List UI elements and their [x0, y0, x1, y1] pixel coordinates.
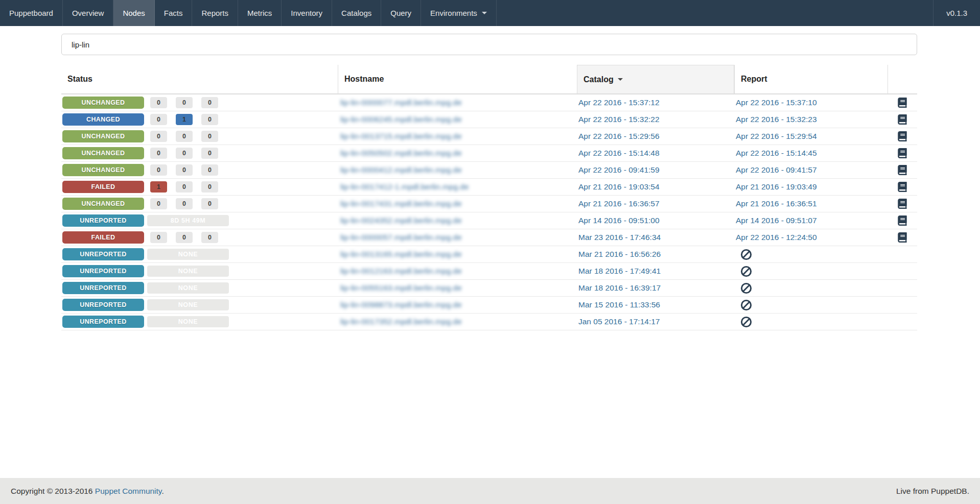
actions-cell — [888, 314, 917, 330]
catalog-timestamp-link[interactable]: Apr 21 2016 - 19:03:54 — [578, 182, 660, 191]
nav-tab-query[interactable]: Query — [381, 0, 421, 26]
actions-cell — [888, 128, 917, 145]
hostname-link-redacted[interactable]: lip-lin-0006245.mpdl.berlin.mpg.de — [340, 115, 462, 124]
puppet-community-link[interactable]: Puppet Community — [95, 487, 162, 495]
report-timestamp-link[interactable]: Apr 22 2016 - 15:37:10 — [736, 98, 817, 107]
status-badge: UNREPORTED — [62, 265, 144, 277]
catalog-cell: Apr 22 2016 - 15:37:12 — [577, 94, 734, 111]
hostname-link-redacted[interactable]: lip-lin-0017431.mpdl.berlin.mpg.de — [340, 199, 462, 208]
no-report-ban-icon — [740, 282, 752, 294]
hostname-link-redacted[interactable]: lip-lin-0055163.mpdl.berlin.mpg.de — [340, 283, 462, 293]
report-age-badge: NONE — [147, 249, 229, 260]
report-timestamp-link[interactable]: Apr 22 2016 - 09:41:57 — [736, 165, 817, 175]
nav-tab-nodes[interactable]: Nodes — [113, 0, 154, 26]
hostname-link-redacted[interactable]: lip-lin-0017412-1.mpdl.berlin.mpg.de — [340, 182, 469, 191]
column-header-hostname[interactable]: Hostname — [338, 65, 577, 93]
report-timestamp-link[interactable]: Apr 22 2016 - 12:24:50 — [736, 233, 817, 242]
column-header-report[interactable]: Report — [734, 65, 888, 93]
nav-tab-overview[interactable]: Overview — [63, 0, 114, 26]
report-age-badge: 8D 5H 49M — [147, 215, 229, 226]
hostname-link-redacted[interactable]: lip-lin-0000412.mpdl.berlin.mpg.de — [340, 165, 462, 175]
event-count-badge: 0 — [176, 198, 193, 209]
hostname-link-redacted[interactable]: lip-lin-0098873.mpdl.berlin.mpg.de — [340, 300, 462, 309]
status-cell: CHANGED010 — [61, 111, 338, 128]
report-log-book-icon[interactable] — [898, 182, 907, 192]
search-wrapper — [61, 34, 917, 55]
hostname-link-redacted[interactable]: lip-lin-0013165.mpdl.berlin.mpg.de — [340, 250, 462, 259]
report-cell: Apr 14 2016 - 09:51:07 — [734, 212, 888, 229]
status-cell: UNCHANGED000 — [61, 162, 338, 178]
catalog-timestamp-link[interactable]: Mar 23 2016 - 17:46:34 — [578, 233, 661, 242]
event-count-badge: 1 — [150, 181, 167, 193]
actions-cell — [888, 179, 917, 195]
status-badge: UNCHANGED — [62, 97, 144, 109]
column-header-catalog-sorted[interactable]: Catalog — [577, 65, 734, 93]
report-timestamp-link[interactable]: Apr 21 2016 - 16:36:51 — [736, 199, 817, 208]
status-badge: FAILED — [62, 181, 144, 193]
catalog-timestamp-link[interactable]: Apr 22 2016 - 09:41:59 — [578, 165, 660, 175]
catalog-timestamp-link[interactable]: Apr 21 2016 - 16:36:57 — [578, 199, 660, 208]
report-cell: Apr 22 2016 - 12:24:50 — [734, 229, 888, 246]
report-log-book-icon[interactable] — [898, 215, 907, 226]
report-log-book-icon[interactable] — [898, 199, 907, 209]
hostname-link-redacted[interactable]: lip-lin-0012163.mpdl.berlin.mpg.de — [340, 267, 462, 276]
column-header-status[interactable]: Status — [61, 65, 338, 93]
caret-down-icon — [482, 12, 487, 14]
nav-tab-metrics[interactable]: Metrics — [238, 0, 282, 26]
nav-tab-facts[interactable]: Facts — [155, 0, 193, 26]
status-badge: UNCHANGED — [62, 147, 144, 159]
catalog-cell: Apr 14 2016 - 09:51:00 — [577, 212, 734, 229]
catalog-timestamp-link[interactable]: Jan 05 2016 - 17:14:17 — [578, 317, 660, 326]
hostname-link-redacted[interactable]: lip-lin-0013715.mpdl.berlin.mpg.de — [340, 132, 462, 141]
report-timestamp-link[interactable]: Apr 21 2016 - 19:03:49 — [736, 182, 817, 191]
actions-cell — [888, 263, 917, 279]
report-timestamp-link[interactable]: Apr 22 2016 - 15:29:54 — [736, 132, 817, 141]
catalog-timestamp-link[interactable]: Apr 22 2016 - 15:32:22 — [578, 115, 660, 124]
node-search-input[interactable] — [61, 34, 917, 55]
environments-dropdown[interactable]: Environments — [421, 0, 497, 26]
hostname-cell: lip-lin-0098873.mpdl.berlin.mpg.de — [338, 297, 577, 313]
report-log-book-icon[interactable] — [898, 131, 907, 141]
catalog-cell: Mar 18 2016 - 17:49:41 — [577, 263, 734, 279]
hostname-link-redacted[interactable]: lip-lin-0024352.mpdl.berlin.mpg.de — [340, 216, 462, 225]
actions-cell — [888, 94, 917, 111]
actions-cell — [888, 229, 917, 246]
report-timestamp-link[interactable]: Apr 14 2016 - 09:51:07 — [736, 216, 817, 225]
hostname-link-redacted[interactable]: lip-lin-0017352.mpdl.berlin.mpg.de — [340, 317, 462, 326]
nav-tab-reports[interactable]: Reports — [192, 0, 238, 26]
report-timestamp-link[interactable]: Apr 22 2016 - 15:32:23 — [736, 115, 817, 124]
report-timestamp-link[interactable]: Apr 22 2016 - 15:14:45 — [736, 149, 817, 158]
catalog-cell: Apr 21 2016 - 19:03:54 — [577, 179, 734, 195]
event-count-badge: 1 — [176, 114, 193, 125]
report-cell: Apr 22 2016 - 09:41:57 — [734, 162, 888, 178]
event-count-badge: 0 — [201, 97, 218, 108]
hostname-link-redacted[interactable]: lip-lin-0050502.mpdl.berlin.mpg.de — [340, 149, 462, 158]
report-log-book-icon[interactable] — [898, 98, 907, 108]
actions-cell — [888, 196, 917, 212]
status-cell: UNCHANGED000 — [61, 94, 338, 111]
catalog-timestamp-link[interactable]: Apr 14 2016 - 09:51:00 — [578, 216, 660, 225]
catalog-timestamp-link[interactable]: Apr 22 2016 - 15:14:48 — [578, 149, 660, 158]
hostname-link-redacted[interactable]: lip-lin-0000057.mpdl.berlin.mpg.de — [340, 233, 462, 242]
nav-tab-catalogs[interactable]: Catalogs — [332, 0, 381, 26]
catalog-timestamp-link[interactable]: Mar 18 2016 - 16:39:17 — [578, 283, 661, 293]
report-log-book-icon[interactable] — [898, 165, 907, 175]
catalog-timestamp-link[interactable]: Apr 22 2016 - 15:37:12 — [578, 98, 660, 107]
main-content: Status Hostname Catalog Report UNCHANGED… — [0, 26, 980, 478]
nav-tab-inventory[interactable]: Inventory — [282, 0, 332, 26]
hostname-link-redacted[interactable]: lip-lin-0000077.mpdl.berlin.mpg.de — [340, 98, 462, 107]
catalog-timestamp-link[interactable]: Mar 18 2016 - 17:49:41 — [578, 267, 661, 276]
report-age-badge: NONE — [147, 299, 229, 310]
no-report-ban-icon — [740, 316, 752, 328]
table-row: FAILED000lip-lin-0000057.mpdl.berlin.mpg… — [61, 229, 917, 246]
report-cell: Apr 22 2016 - 15:37:10 — [734, 94, 888, 111]
copyright-prefix: Copyright © 2013-2016 — [11, 487, 95, 495]
catalog-timestamp-link[interactable]: Apr 22 2016 - 15:29:56 — [578, 132, 660, 141]
catalog-timestamp-link[interactable]: Mar 15 2016 - 11:33:56 — [578, 300, 660, 309]
report-log-book-icon[interactable] — [898, 148, 907, 158]
hostname-cell: lip-lin-0000057.mpdl.berlin.mpg.de — [338, 229, 577, 246]
catalog-timestamp-link[interactable]: Mar 21 2016 - 16:56:26 — [578, 250, 661, 259]
report-log-book-icon[interactable] — [898, 232, 907, 243]
report-log-book-icon[interactable] — [898, 114, 907, 125]
navbar-brand[interactable]: Puppetboard — [0, 0, 63, 26]
